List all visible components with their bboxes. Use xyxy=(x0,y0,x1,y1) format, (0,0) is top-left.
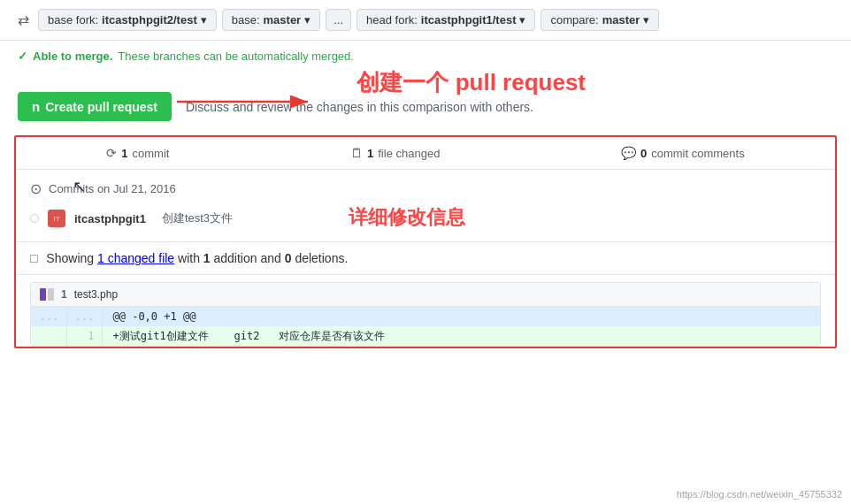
base-label: base: xyxy=(232,13,260,27)
add-line-content: +测试git1创建文件 git2 对应仓库是否有该文件 xyxy=(102,326,820,346)
stats-bar: ⟳ 1 commit 🗒 1 file changed 💬 0 commit c… xyxy=(16,137,835,170)
chevron-down-icon-3: ▾ xyxy=(519,13,525,27)
base-fork-repo: itcastphpgit2/test xyxy=(102,13,197,27)
create-pull-request-button[interactable]: n Create pull request xyxy=(18,92,172,121)
files-changed-icon: 🗒 xyxy=(350,146,363,160)
commit-row: IT itcastphpgit1 创建test3文件 详细修改信息 xyxy=(30,206,821,231)
commits-date-icon: ⊙ xyxy=(30,180,42,197)
commit-comments-icon: 💬 xyxy=(621,146,636,160)
commits-date: ⊙ Commits on Jul 21, 2016 xyxy=(30,180,821,197)
commit-comments-stat: 💬 0 commit comments xyxy=(621,146,745,160)
head-fork-selector[interactable]: head fork: itcastphpgit1/test ▾ xyxy=(356,9,535,31)
commit-comments-label: commit comments xyxy=(651,147,744,160)
base-branch-selector[interactable]: base: master ▾ xyxy=(222,9,320,31)
watermark: https://blog.csdn.net/weixin_45755332 xyxy=(677,489,842,500)
commits-section: ⊙ Commits on Jul 21, 2016 IT itcastphpgi… xyxy=(16,170,835,242)
changed-files-middle: with 1 addition and 0 deletions. xyxy=(178,251,348,265)
chevron-down-icon-4: ▾ xyxy=(643,13,649,27)
red-bordered-section: ⟳ 1 commit 🗒 1 file changed 💬 0 commit c… xyxy=(14,135,837,348)
changed-files-section: □ Showing 1 changed file with 1 addition… xyxy=(16,242,835,275)
head-fork-label: head fork: xyxy=(366,13,418,27)
changed-files-showing: Showing xyxy=(46,251,94,265)
files-changed-label: file changed xyxy=(378,147,440,160)
commit-dot-icon xyxy=(30,214,39,223)
pr-btn-icon: n xyxy=(32,99,40,114)
chevron-down-icon: ▾ xyxy=(201,13,207,27)
base-branch: master xyxy=(264,13,302,27)
add-line-num-right: 1 xyxy=(66,326,102,346)
file-diff: 1 test3.php ... ... @@ -0,0 +1 @@ 1 +测试g… xyxy=(30,282,821,347)
compare-branch: master xyxy=(602,13,640,27)
file-name: test3.php xyxy=(74,288,118,301)
diff-table: ... ... @@ -0,0 +1 @@ 1 +测试git1创建文件 git2… xyxy=(31,307,820,346)
hunk-header-content: @@ -0,0 +1 @@ xyxy=(102,307,820,326)
file-diff-header: 1 test3.php xyxy=(31,283,820,307)
base-fork-label: base fork: xyxy=(48,13,98,27)
file-type-icon xyxy=(40,288,54,301)
changed-files-box-icon: □ xyxy=(30,251,37,265)
commit-author[interactable]: itcastphpgit1 xyxy=(74,212,146,225)
annotation-overlay: 创建一个 pull request xyxy=(0,72,851,85)
detail-annotation: 详细修改信息 xyxy=(349,204,851,231)
commits-stat: ⟳ 1 commit xyxy=(106,146,169,160)
diff-add-row: 1 +测试git1创建文件 git2 对应仓库是否有该文件 xyxy=(31,326,820,346)
commits-date-text: Commits on Jul 21, 2016 xyxy=(49,182,176,195)
create-pr-section: n Create pull request Discuss and review… xyxy=(0,85,851,135)
merge-description: These branches can be automatically merg… xyxy=(118,50,354,63)
merge-checkmark: ✓ xyxy=(18,50,27,63)
diff-hunk-header-row: ... ... @@ -0,0 +1 @@ xyxy=(31,307,820,326)
compare-bar: ⇄ base fork: itcastphpgit2/test ▾ base: … xyxy=(0,0,851,41)
compare-label: compare: xyxy=(550,13,598,27)
files-changed-stat: 🗒 1 file changed xyxy=(350,146,440,160)
add-line-num-left xyxy=(31,326,66,346)
pr-description: Discuss and review the changes in this c… xyxy=(186,100,533,114)
changed-files-link[interactable]: 1 changed file xyxy=(97,251,174,265)
hunk-line-num-left: ... xyxy=(31,307,66,326)
merge-notice: ✓ Able to merge. These branches can be a… xyxy=(0,41,851,72)
commit-avatar: IT xyxy=(48,210,65,227)
commits-icon: ⟳ xyxy=(106,146,117,160)
compare-branch-selector[interactable]: compare: master ▾ xyxy=(540,9,659,31)
files-changed-count: 1 xyxy=(367,147,373,160)
chevron-down-icon-2: ▾ xyxy=(304,13,310,27)
merge-able-text: Able to merge. xyxy=(33,50,112,63)
base-fork-selector[interactable]: base fork: itcastphpgit2/test ▾ xyxy=(38,9,217,31)
page-wrapper: ⇄ base fork: itcastphpgit2/test ▾ base: … xyxy=(0,0,851,504)
commit-message: 创建test3文件 xyxy=(162,210,233,226)
compare-icon: ⇄ xyxy=(18,11,29,28)
pr-btn-label: Create pull request xyxy=(45,100,157,114)
commit-comments-count: 0 xyxy=(640,147,647,160)
commits-count: 1 xyxy=(121,147,127,160)
hunk-line-num-right: ... xyxy=(66,307,102,326)
commits-label: commit xyxy=(133,147,170,160)
file-line-num: 1 xyxy=(61,288,67,301)
head-fork-repo: itcastphpgit1/test xyxy=(421,13,517,27)
ellipsis-button[interactable]: ... xyxy=(326,9,351,31)
